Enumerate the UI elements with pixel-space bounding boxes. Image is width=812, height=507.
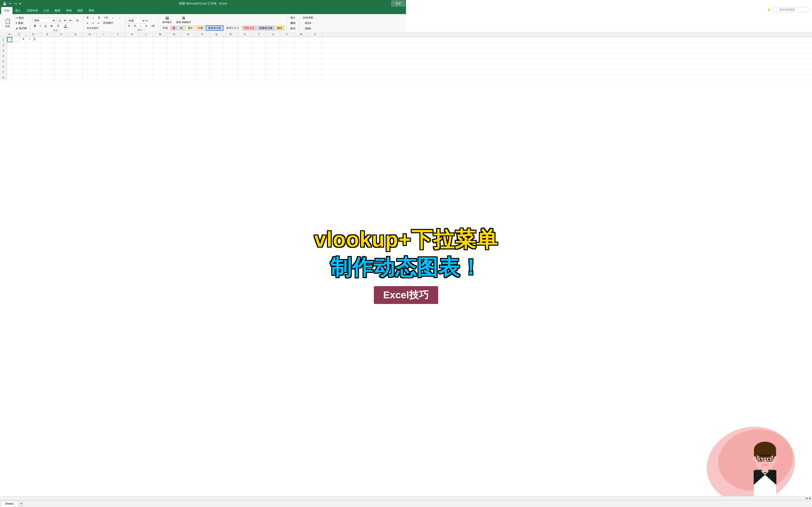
- italic-button[interactable]: I: [38, 24, 42, 28]
- style-normal[interactable]: 常规: [160, 25, 170, 31]
- cell-l3[interactable]: [139, 48, 153, 53]
- cell-s1[interactable]: [238, 37, 252, 42]
- cell-e3[interactable]: [40, 48, 54, 53]
- cell-v2[interactable]: [280, 43, 294, 48]
- cell-p1[interactable]: [196, 37, 210, 42]
- cell-w1[interactable]: [294, 37, 308, 42]
- cell-e1[interactable]: [40, 37, 54, 42]
- paste-button[interactable]: 📋粘贴: [2, 17, 13, 29]
- cell-r1[interactable]: [224, 37, 238, 42]
- insert-cells-button[interactable]: 插入: [289, 15, 297, 20]
- cell-n2[interactable]: [167, 43, 182, 48]
- align-left-button[interactable]: ≡: [85, 21, 90, 25]
- cell-j1[interactable]: [111, 37, 125, 42]
- select-all-button[interactable]: [0, 32, 7, 37]
- login-button[interactable]: 登录: [392, 1, 405, 6]
- col-header-r[interactable]: R: [224, 32, 238, 37]
- col-header-v[interactable]: V: [280, 32, 294, 37]
- row-header-8[interactable]: 8: [0, 75, 7, 80]
- fill-color-button[interactable]: A: [55, 23, 61, 29]
- text-direction-button[interactable]: ↶A: [102, 15, 109, 20]
- border-button[interactable]: ⊞: [49, 24, 54, 28]
- cell-q2[interactable]: [210, 43, 224, 48]
- style-calc[interactable]: 计算: [196, 25, 205, 31]
- row-header-3[interactable]: 3: [0, 48, 7, 53]
- col-header-s[interactable]: S: [238, 32, 252, 37]
- col-header-l[interactable]: L: [139, 32, 153, 37]
- font-size-select[interactable]: 11: [57, 18, 67, 23]
- fill-button[interactable]: 填充▾: [303, 21, 313, 25]
- cell-i2[interactable]: [97, 43, 111, 48]
- cell-g1[interactable]: [68, 37, 83, 42]
- cell-c1[interactable]: [12, 37, 26, 42]
- font-name-select[interactable]: 等线: [33, 18, 56, 23]
- tab-data[interactable]: 数据: [52, 7, 63, 14]
- align-top-button[interactable]: ⬆: [85, 15, 91, 20]
- cell-t3[interactable]: [252, 48, 266, 53]
- cell-b2[interactable]: [7, 43, 12, 48]
- row-header-1[interactable]: 1: [0, 37, 7, 42]
- cell-u2[interactable]: [266, 43, 280, 48]
- col-header-x[interactable]: X: [308, 32, 322, 37]
- cell-o1[interactable]: [182, 37, 196, 42]
- col-header-m[interactable]: M: [153, 32, 167, 37]
- cell-v3[interactable]: [280, 48, 294, 53]
- cell-s2[interactable]: [238, 43, 252, 48]
- cell-f1[interactable]: [54, 37, 68, 42]
- cell-w2[interactable]: [294, 43, 308, 48]
- cell-c2[interactable]: [12, 43, 26, 48]
- cell-i3[interactable]: [97, 48, 111, 53]
- font-color-button[interactable]: A: [62, 23, 69, 29]
- percent-button[interactable]: %: [132, 24, 138, 28]
- copy-button[interactable]: ⎘ 复制: [14, 21, 29, 25]
- tab-page-layout[interactable]: 页面布局: [24, 7, 41, 14]
- style-warn[interactable]: 警告文本: [242, 25, 257, 31]
- underline-button[interactable]: U: [43, 24, 48, 28]
- cell-n3[interactable]: [167, 48, 182, 53]
- redo-button[interactable]: ↪: [13, 2, 18, 5]
- indent-decrease-button[interactable]: ←: [110, 16, 116, 20]
- cell-x1[interactable]: [308, 37, 322, 42]
- row-header-4[interactable]: 4: [0, 53, 7, 58]
- col-header-n[interactable]: N: [167, 32, 182, 37]
- col-header-b[interactable]: B: [7, 32, 12, 37]
- tab-home[interactable]: 开始: [1, 7, 12, 14]
- cell-q3[interactable]: [210, 48, 224, 53]
- cell-q1[interactable]: [210, 37, 224, 42]
- cell-d2[interactable]: [26, 43, 40, 48]
- cell-c3[interactable]: [12, 48, 26, 53]
- cell-b1[interactable]: [7, 37, 12, 42]
- cell-k1[interactable]: [125, 37, 139, 42]
- cell-n1[interactable]: [167, 37, 182, 42]
- conditional-format-button[interactable]: ▤ 条件格式: [160, 15, 174, 25]
- cell-f3[interactable]: [54, 48, 68, 53]
- cell-r2[interactable]: [224, 43, 238, 48]
- cell-g3[interactable]: [68, 48, 83, 53]
- cell-b3[interactable]: [7, 48, 12, 53]
- number-format-dropdown[interactable]: ▾: [146, 19, 148, 22]
- tab-formula[interactable]: 公式: [41, 7, 52, 14]
- tab-insert[interactable]: 插入: [12, 7, 24, 14]
- cell-l2[interactable]: [139, 43, 153, 48]
- cell-l1[interactable]: [139, 37, 153, 42]
- col-header-g[interactable]: G: [68, 32, 83, 37]
- cell-f2[interactable]: [54, 43, 68, 48]
- col-header-w[interactable]: W: [294, 32, 308, 37]
- cell-o2[interactable]: [182, 43, 196, 48]
- format-painter-button[interactable]: 🖌 格式刷: [14, 26, 29, 31]
- col-header-c[interactable]: C: [12, 32, 26, 37]
- currency-button[interactable]: ¥: [127, 24, 132, 28]
- col-header-q[interactable]: Q: [210, 32, 224, 37]
- cell-m1[interactable]: [153, 37, 167, 42]
- decrease-decimal-button[interactable]: .00: [149, 24, 156, 28]
- row-header-6[interactable]: 6: [0, 64, 7, 69]
- tab-help[interactable]: 帮助: [86, 7, 97, 14]
- cell-j2[interactable]: [111, 43, 125, 48]
- cell-g2[interactable]: [68, 43, 83, 48]
- cell-w3[interactable]: [294, 48, 308, 53]
- cell-p3[interactable]: [196, 48, 210, 53]
- cell-h3[interactable]: [83, 48, 97, 53]
- row-header-2[interactable]: 2: [0, 43, 7, 48]
- cell-o3[interactable]: [182, 48, 196, 53]
- comma-button[interactable]: ,: [139, 24, 143, 28]
